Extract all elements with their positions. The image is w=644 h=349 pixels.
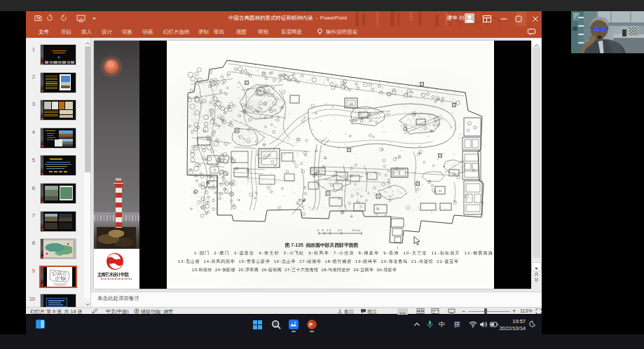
svg-text:图 7-135 拙政园中部及西部平面图: 图 7-135 拙政园中部及西部平面图 [285,242,359,248]
svg-text:23-听雨轩 24-倒影楼 25-浮翠阁 26-留听阁: 23-听雨轩 24-倒影楼 25-浮翠阁 26-留听阁 27-三十六鸳鸯馆 28… [192,267,397,273]
svg-text:0 5 10 20 30m: 0 5 10 20 30m [317,228,361,232]
svg-text:13: 13 [349,102,353,106]
svg-text:27: 27 [267,154,271,158]
svg-text:1: 1 [397,246,399,249]
svg-text:1-园门 2-腰门 3-远香堂 4-倚玉轩 5-小飞: 1-园门 2-腰门 3-远香堂 4-倚玉轩 5-小飞虹 6-松风亭 7-小沧浪 … [194,250,493,256]
svg-text:13-见山楼 14-荷风四面亭 15-雪香云蔚亭 16: 13-见山楼 14-荷风四面亭 15-雪香云蔚亭 16-北山亭 17-绿漪亭 1… [178,259,458,264]
svg-text:3: 3 [399,172,401,175]
svg-text:21: 21 [439,189,442,193]
svg-text:20: 20 [453,172,456,175]
svg-text:P: P [309,322,313,328]
